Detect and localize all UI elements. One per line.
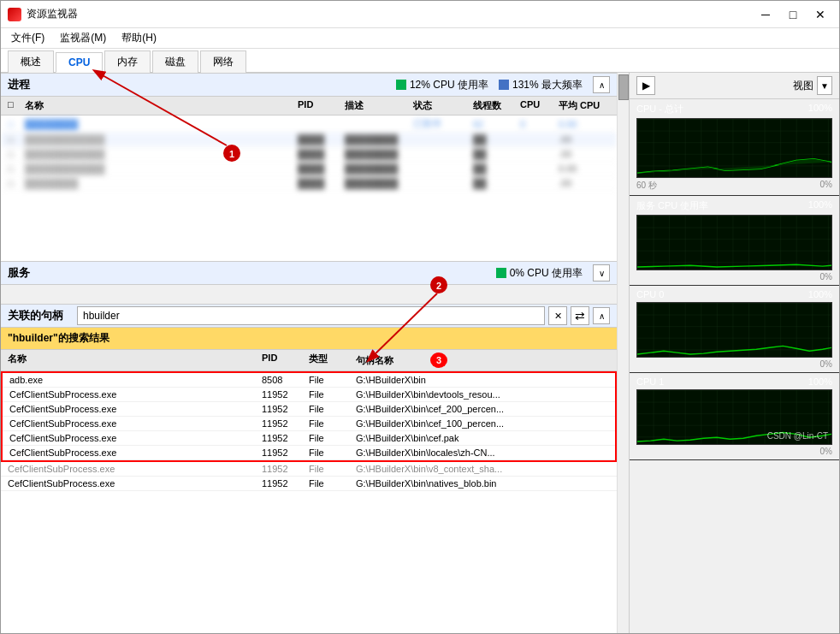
menu-monitor[interactable]: 监视器(M)	[53, 29, 113, 47]
handles-table-header: 名称 PID 类型 句柄名称 3	[1, 350, 617, 371]
chart-cpu0-area	[636, 302, 832, 358]
chart-cpu0-footer: 0%	[636, 359, 832, 369]
title-bar: 资源监视器 ─ □ ✕	[1, 1, 839, 28]
chart-service-cpu-label: 服务 CPU 使用率 100%	[636, 199, 832, 212]
handles-row[interactable]: CefClientSubProcess.exe 11952 File G:\HB…	[3, 431, 615, 446]
search-clear-btn[interactable]: ✕	[548, 306, 567, 325]
svg-rect-5	[637, 303, 831, 357]
table-row[interactable]: □ ████████ 已暂停 62 0 0.00	[1, 116, 617, 133]
svg-rect-3	[637, 216, 831, 270]
right-top-bar: ▶ 视图 ▼	[630, 73, 839, 99]
col-handle-type: 类型	[309, 353, 356, 368]
minimize-button[interactable]: ─	[754, 5, 778, 24]
services-section: 服务 0% CPU 使用率 ∨	[1, 261, 617, 304]
tab-disk[interactable]: 磁盘	[152, 50, 198, 73]
annotation-3: 3	[430, 353, 447, 368]
tab-bar: 概述 CPU 内存 磁盘 网络	[1, 49, 839, 73]
table-row[interactable]: □ ████████████ ████ ████████ ██ 0.00	[1, 162, 617, 176]
window-controls: ─ □ ✕	[754, 5, 832, 24]
scrollbar[interactable]	[617, 73, 629, 633]
chart-service-cpu-area	[636, 215, 832, 270]
chart-cpu-total-area	[636, 118, 832, 178]
col-handle-handlename: 句柄名称 3	[356, 353, 610, 368]
chart-cpu1-footer: 0%	[636, 447, 832, 456]
process-title: 进程	[8, 77, 30, 92]
chart-service-cpu: 服务 CPU 使用率 100% 0%	[630, 196, 839, 286]
col-cpu: CPU	[520, 99, 559, 112]
services-header: 服务 0% CPU 使用率 ∨	[1, 261, 617, 285]
col-handle-pid: PID	[262, 353, 309, 368]
handles-row[interactable]: adb.exe 8508 File G:\HBuilderX\bin	[3, 373, 615, 388]
table-row[interactable]: □ ████████ ████ ████████ ██ .00	[1, 176, 617, 191]
menu-file[interactable]: 文件(F)	[4, 29, 51, 47]
view-label: 视图	[793, 79, 813, 93]
handles-search-input[interactable]	[77, 306, 545, 325]
tab-cpu[interactable]: CPU	[56, 52, 103, 73]
app-icon	[8, 8, 21, 21]
chart-cpu-total-label: CPU - 总计 100%	[636, 103, 832, 116]
chart-cpu-total: CPU - 总计 100%	[630, 99, 839, 196]
search-go-btn[interactable]: ⇄	[571, 306, 589, 325]
handles-table: 名称 PID 类型 句柄名称 3 a	[1, 350, 617, 633]
services-collapse-btn[interactable]: ∨	[593, 264, 610, 281]
green-indicator	[396, 80, 406, 90]
view-dropdown-btn[interactable]: ▼	[817, 76, 832, 95]
chart-service-cpu-footer: 0%	[636, 272, 832, 281]
col-check: □	[8, 99, 25, 112]
handles-header: 关联的句柄 ✕ ⇄ ∧	[1, 304, 617, 328]
col-status: 状态	[413, 99, 473, 112]
services-cpu-usage: 0% CPU 使用率	[510, 266, 583, 281]
red-bordered-rows: adb.exe 8508 File G:\HBuilderX\bin CefCl…	[1, 371, 617, 462]
search-result-header: "hbuilder"的搜索结果	[1, 328, 617, 350]
watermark: CSDN @Lin-CT	[767, 431, 828, 441]
tab-overview[interactable]: 概述	[8, 50, 54, 73]
handles-row[interactable]: CefClientSubProcess.exe 11952 File G:\HB…	[3, 402, 615, 417]
process-table-header: □ 名称 PID 描述 状态 线程数 CPU 平均 CPU	[1, 97, 617, 116]
window-title: 资源监视器	[27, 7, 78, 21]
chart-cpu1: CPU 1 100% CSDN @Lin-CT 0%	[630, 373, 839, 460]
handles-collapse-btn[interactable]: ∧	[593, 307, 610, 324]
services-info: 0% CPU 使用率 ∨	[496, 264, 610, 281]
table-row[interactable]: □ ████████████ ████ ████████ ██ .00	[1, 133, 617, 147]
table-row[interactable]: □ ████████████ ████ ████████ ██ .00	[1, 147, 617, 162]
chart-cpu-total-footer: 60 秒 0%	[636, 180, 832, 192]
chart-cpu0: CPU 0 100% 0%	[630, 286, 839, 373]
process-header: 进程 12% CPU 使用率 131% 最大频率 ∧	[1, 73, 617, 97]
maximize-button[interactable]: □	[781, 5, 805, 24]
handles-row[interactable]: CefClientSubProcess.exe 11952 File G:\HB…	[3, 388, 615, 402]
scroll-thumb[interactable]	[618, 74, 629, 100]
chart-cpu1-area: CSDN @Lin-CT	[636, 389, 832, 445]
blue-indicator	[499, 80, 509, 90]
col-name: 名称	[25, 99, 298, 112]
process-info: 12% CPU 使用率 131% 最大频率 ∧	[396, 76, 610, 93]
handles-row[interactable]: CefClientSubProcess.exe 11952 File G:\HB…	[1, 477, 617, 491]
handles-title: 关联的句柄	[8, 308, 63, 323]
handles-row[interactable]: CefClientSubProcess.exe 11952 File G:\HB…	[1, 462, 617, 477]
right-panel: ▶ 视图 ▼ CPU - 总计 100%	[630, 73, 839, 633]
tab-network[interactable]: 网络	[200, 50, 246, 73]
handles-row[interactable]: CefClientSubProcess.exe 11952 File G:\HB…	[3, 446, 615, 460]
col-pid: PID	[298, 99, 345, 112]
process-table: □ 名称 PID 描述 状态 线程数 CPU 平均 CPU	[1, 97, 617, 261]
process-section: 进程 12% CPU 使用率 131% 最大频率 ∧	[1, 73, 617, 261]
col-desc: 描述	[345, 99, 413, 112]
services-title: 服务	[8, 265, 30, 281]
process-freq: 131% 最大频率	[512, 78, 583, 92]
col-threads: 线程数	[473, 99, 520, 112]
col-avgcpu: 平均 CPU	[559, 99, 610, 112]
close-button[interactable]: ✕	[808, 5, 832, 24]
handles-section: 关联的句柄 ✕ ⇄ ∧ "hbuilder"的搜索结果	[1, 304, 617, 633]
menu-bar: 文件(F) 监视器(M) 帮助(H)	[1, 28, 839, 49]
process-cpu-usage: 12% CPU 使用率	[410, 78, 488, 92]
tab-memory[interactable]: 内存	[104, 50, 151, 73]
chart-cpu1-label: CPU 1 100%	[636, 376, 832, 387]
chart-cpu0-label: CPU 0 100%	[636, 289, 832, 299]
right-expand-btn[interactable]: ▶	[636, 76, 655, 95]
menu-help[interactable]: 帮助(H)	[115, 29, 163, 47]
services-green-indicator	[496, 268, 506, 278]
process-collapse-btn[interactable]: ∧	[593, 76, 610, 93]
col-handle-name: 名称	[8, 353, 262, 368]
handles-row[interactable]: CefClientSubProcess.exe 11952 File G:\HB…	[3, 417, 615, 431]
